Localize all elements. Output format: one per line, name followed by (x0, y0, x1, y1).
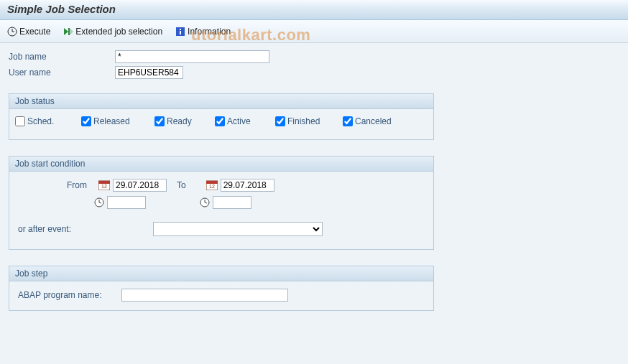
screen-header: Simple Job Selection (0, 0, 628, 20)
svg-rect-7 (180, 29, 181, 30)
job-status-title: Job status (9, 94, 433, 109)
execute-icon (7, 27, 17, 37)
to-date-input[interactable] (221, 179, 274, 192)
event-row: or after event: (15, 222, 428, 236)
released-label: Released (93, 116, 130, 126)
sched-label: Sched. (27, 116, 54, 126)
active-label: Active (227, 116, 251, 126)
to-label: To (177, 180, 186, 190)
jobname-input[interactable] (115, 50, 269, 63)
from-time-input[interactable] (107, 196, 146, 209)
job-start-condition-body: From 12 To 12 (9, 172, 433, 249)
svg-text:12: 12 (101, 184, 107, 189)
svg-rect-4 (68, 28, 70, 35)
clock-icon[interactable] (200, 197, 210, 207)
svg-marker-3 (64, 28, 68, 35)
status-canceled[interactable]: Canceled (343, 116, 392, 126)
svg-marker-5 (70, 28, 73, 35)
job-status-group: Job status Sched. Released Ready Active (9, 93, 434, 140)
canceled-checkbox[interactable] (343, 116, 353, 126)
information-button[interactable]: Information (175, 27, 231, 37)
job-step-title: Job step (9, 266, 433, 281)
status-ready[interactable]: Ready (154, 116, 205, 126)
execute-button[interactable]: Execute (7, 27, 50, 37)
page-title: Simple Job Selection (7, 3, 116, 15)
calendar-icon[interactable]: 12 (98, 180, 110, 190)
status-sched[interactable]: Sched. (15, 116, 71, 126)
skip-forward-icon (63, 27, 73, 37)
to-time-input[interactable] (213, 196, 251, 209)
finished-label: Finished (287, 116, 320, 126)
clock-icon[interactable] (94, 197, 104, 207)
information-label: Information (188, 27, 231, 37)
content-area: Job name User name Job status Sched. Rel… (0, 43, 628, 332)
username-label: User name (9, 67, 115, 78)
status-released[interactable]: Released (81, 116, 144, 126)
jobname-label: Job name (9, 52, 115, 62)
active-checkbox[interactable] (215, 116, 225, 126)
execute-label: Execute (19, 27, 50, 37)
extended-label: Extended job selection (75, 27, 162, 37)
username-input[interactable] (115, 66, 183, 79)
status-checkboxes: Sched. Released Ready Active Finished (15, 116, 428, 126)
extended-job-selection-button[interactable]: Extended job selection (63, 27, 162, 37)
abap-label: ABAP program name: (15, 290, 121, 300)
abap-row: ABAP program name: (15, 289, 428, 302)
time-row (15, 196, 428, 209)
job-step-group: Job step ABAP program name: (9, 266, 434, 311)
canceled-label: Canceled (355, 116, 392, 126)
information-icon (175, 27, 185, 37)
ready-label: Ready (167, 116, 192, 126)
application-toolbar: Execute Extended job selection Informati… (0, 20, 628, 43)
status-finished[interactable]: Finished (275, 116, 333, 126)
released-checkbox[interactable] (81, 116, 91, 126)
finished-checkbox[interactable] (275, 116, 285, 126)
username-row: User name (9, 65, 619, 80)
selection-fields: Job name User name (9, 49, 619, 80)
jobname-row: Job name (9, 49, 619, 65)
abap-program-name-input[interactable] (121, 289, 288, 302)
ready-checkbox[interactable] (154, 116, 165, 126)
from-label: From (67, 180, 93, 190)
svg-rect-8 (180, 31, 181, 34)
status-active[interactable]: Active (215, 116, 265, 126)
job-start-condition-group: Job start condition From 12 To (9, 156, 434, 250)
sched-checkbox[interactable] (15, 116, 25, 126)
job-step-body: ABAP program name: (9, 281, 433, 310)
event-select[interactable] (153, 222, 323, 236)
job-status-body: Sched. Released Ready Active Finished (9, 109, 433, 139)
event-label: or after event: (15, 224, 153, 234)
job-start-condition-title: Job start condition (9, 157, 433, 172)
svg-text:12: 12 (209, 184, 215, 189)
date-row: From 12 To 12 (15, 179, 428, 192)
calendar-icon[interactable]: 12 (206, 180, 218, 190)
from-date-input[interactable] (113, 179, 167, 192)
